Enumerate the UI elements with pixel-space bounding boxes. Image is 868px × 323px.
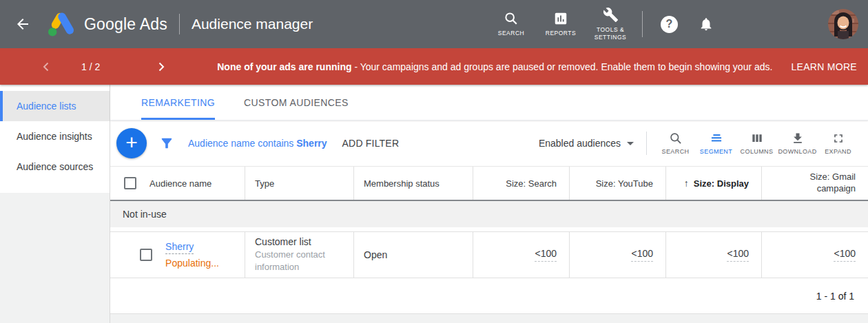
size-youtube-value[interactable]: <100: [631, 248, 653, 262]
column-label: Size: Gmail campaign: [787, 171, 856, 195]
membership-status-value: Open: [364, 249, 463, 260]
populating-status: Populating...: [165, 258, 219, 269]
segment-icon: [710, 132, 723, 145]
chevron-down-icon: [627, 142, 634, 145]
brand-name: Google Ads: [84, 15, 167, 34]
sidebar-item-audience-lists[interactable]: Audience lists: [0, 91, 110, 121]
topbar-separator: [642, 11, 643, 37]
sidebar-item-audience-insights[interactable]: Audience insights: [0, 121, 110, 152]
toolbar-right-group: Enabled audiences SEARCH SEGMENT: [539, 132, 858, 155]
alert-message-title: None of your ads are running: [217, 61, 351, 72]
tools-settings-button[interactable]: TOOLS & SETTINGS: [586, 7, 635, 41]
filter-toolbar: + Audience name contains Sherry ADD FILT…: [110, 121, 868, 166]
reports-button[interactable]: REPORTS: [536, 11, 586, 37]
filter-value: Sherry: [296, 138, 327, 149]
content-area: Audience lists Audience insights Audienc…: [0, 85, 868, 323]
columns-label: COLUMNS: [741, 148, 774, 155]
learn-more-link[interactable]: LEARN MORE: [791, 61, 857, 72]
tab-bar: REMARKETING CUSTOM AUDIENCES: [110, 85, 868, 121]
help-icon[interactable]: ?: [661, 16, 678, 33]
group-row-not-in-use: Not in-use: [110, 201, 868, 227]
add-audience-button[interactable]: +: [116, 128, 147, 158]
topbar-divider: [179, 14, 180, 34]
filter-funnel-icon[interactable]: [159, 136, 174, 151]
alert-message: None of your ads are running - Your camp…: [217, 61, 772, 72]
alert-banner: 1 / 2 None of your ads are running - You…: [0, 48, 868, 85]
column-header-size-youtube[interactable]: Size: YouTube: [569, 167, 665, 200]
type-detail: Customer contact information: [255, 249, 344, 273]
cell-membership-status: Open: [353, 232, 473, 278]
search-icon: [669, 132, 683, 145]
search-button[interactable]: SEARCH: [486, 11, 536, 37]
name-block: Sherry Populating...: [165, 241, 219, 269]
page-title: Audience manager: [192, 16, 313, 32]
table-pagination: 1 - 1 of 1: [110, 278, 868, 313]
alert-pager: 1 / 2: [81, 61, 100, 72]
page-background-filler: [110, 313, 868, 323]
row-checkbox[interactable]: [140, 249, 152, 261]
topbar-actions: SEARCH REPORTS TOOLS & SETTINGS ?: [486, 7, 868, 41]
alert-message-detail: - Your campaigns and ad groups are pause…: [352, 61, 773, 72]
size-gmail-value[interactable]: <100: [834, 248, 856, 262]
table-search-button[interactable]: SEARCH: [655, 132, 696, 155]
user-avatar[interactable]: [828, 9, 858, 39]
cell-size-gmail: <100: [761, 232, 868, 278]
segment-button[interactable]: SEGMENT: [696, 132, 736, 155]
column-header-size-display[interactable]: ↑ Size: Display: [665, 167, 761, 200]
select-all-checkbox[interactable]: [124, 177, 136, 189]
column-header-type[interactable]: Type: [245, 167, 353, 200]
main-panel: REMARKETING CUSTOM AUDIENCES + Audience …: [110, 85, 868, 323]
tools-settings-label: TOOLS & SETTINGS: [586, 26, 635, 41]
column-label: Audience name: [149, 178, 211, 189]
size-search-value[interactable]: <100: [535, 248, 557, 262]
expand-label: EXPAND: [825, 148, 851, 155]
segment-label: SEGMENT: [700, 148, 732, 155]
audience-view-dropdown[interactable]: Enabled audiences: [539, 138, 634, 149]
left-sidebar: Audience lists Audience insights Audienc…: [0, 85, 110, 323]
column-header-size-search[interactable]: Size: Search: [473, 167, 569, 200]
column-header-audience-name[interactable]: Audience name: [110, 167, 245, 200]
tab-remarketing[interactable]: REMARKETING: [141, 85, 215, 120]
expand-icon: [831, 132, 845, 145]
column-header-membership-status[interactable]: Membership status: [353, 167, 473, 200]
cell-type: Customer list Customer contact informati…: [245, 232, 353, 278]
notifications-bell-icon[interactable]: [699, 17, 714, 32]
search-icon: [504, 11, 519, 26]
download-label: DOWNLOAD: [778, 148, 816, 155]
wrench-icon: [603, 7, 619, 23]
table-header: Audience name Type Membership status Siz…: [110, 166, 868, 201]
size-display-value[interactable]: <100: [727, 248, 749, 262]
top-app-bar: Google Ads Audience manager SEARCH REPOR…: [0, 0, 868, 48]
toolbar-separator: [646, 132, 647, 155]
sidebar-nav: Audience lists Audience insights Audienc…: [0, 85, 110, 193]
add-filter-button[interactable]: ADD FILTER: [342, 138, 400, 149]
sort-ascending-icon: ↑: [684, 178, 689, 189]
cell-size-youtube: <100: [569, 232, 665, 278]
audience-view-dropdown-label: Enabled audiences: [539, 138, 621, 149]
type-value: Customer list: [255, 236, 344, 247]
cell-audience-name: Sherry Populating...: [110, 232, 245, 278]
column-label: Size: Display: [694, 178, 749, 189]
cell-size-display: <100: [665, 232, 761, 278]
tab-custom-audiences[interactable]: CUSTOM AUDIENCES: [244, 85, 349, 120]
back-arrow-icon[interactable]: [14, 15, 32, 33]
search-label: SEARCH: [498, 30, 524, 37]
table-search-label: SEARCH: [662, 148, 690, 155]
download-button[interactable]: DOWNLOAD: [777, 132, 818, 155]
bar-chart-icon: [553, 11, 568, 26]
audience-name-link[interactable]: Sherry: [165, 241, 194, 254]
columns-button[interactable]: COLUMNS: [736, 132, 777, 155]
previous-alert-chevron-icon[interactable]: [41, 61, 51, 72]
column-header-size-gmail[interactable]: Size: Gmail campaign: [761, 167, 868, 200]
filter-condition: Audience name contains: [188, 138, 296, 149]
expand-button[interactable]: EXPAND: [818, 132, 858, 155]
sidebar-item-audience-sources[interactable]: Audience sources: [0, 152, 110, 182]
table-row: Sherry Populating... Customer list Custo…: [110, 231, 868, 278]
download-icon: [791, 132, 805, 145]
reports-label: REPORTS: [546, 30, 576, 37]
columns-icon: [750, 132, 764, 145]
cell-size-search: <100: [473, 232, 569, 278]
active-filter-chip[interactable]: Audience name contains Sherry: [188, 138, 327, 149]
next-alert-chevron-icon[interactable]: [156, 61, 166, 72]
google-ads-logo-icon[interactable]: [47, 11, 76, 37]
